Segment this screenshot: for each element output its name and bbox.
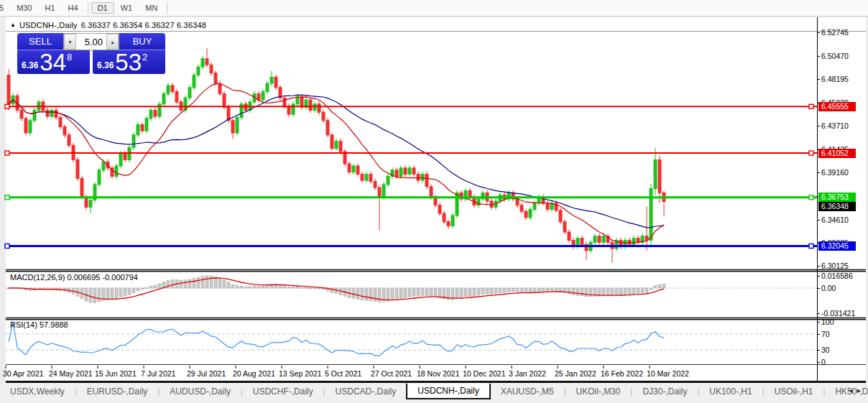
sell-button[interactable]: SELL <box>17 33 63 50</box>
chart-tab-usoil[interactable]: USOil-,H1 <box>765 384 823 399</box>
candle-body <box>46 110 49 116</box>
chart-tab-dj30[interactable]: DJ30-,Daily <box>632 384 697 399</box>
macd-histogram-bar <box>214 277 217 289</box>
date-axis-label: 3 Jan 2022 <box>509 369 546 378</box>
chart-tab-usdcad[interactable]: USDCAD-,Daily <box>326 384 407 399</box>
macd-histogram-bar <box>529 288 532 292</box>
chart-tab-uk100[interactable]: UK100-,H1 <box>699 384 762 399</box>
macd-histogram-bar <box>559 288 562 292</box>
sell-price-display[interactable]: 6.36 34 8 <box>17 50 90 74</box>
rsi-axis-tick <box>817 362 820 363</box>
chart-tab-ukoil[interactable]: UKOil-,M30 <box>566 384 631 399</box>
candle-body <box>374 182 377 188</box>
chart-symbol-title: USDCNH-,Daily <box>19 21 78 29</box>
candle-body <box>602 236 605 243</box>
macd-histogram-bar <box>615 288 618 295</box>
macd-axis-label: -0.031421 <box>821 309 866 318</box>
candle-body <box>395 170 398 177</box>
candle-body <box>525 211 527 218</box>
tabs-scroll-left-icon[interactable]: ◂ <box>849 386 857 394</box>
candle-body <box>387 176 389 185</box>
macd-histogram-bar <box>412 288 415 296</box>
candle-body <box>262 92 264 101</box>
volume-decrease-button[interactable]: ▾ <box>64 34 76 50</box>
candle-body <box>115 166 118 176</box>
buy-button[interactable]: BUY <box>119 33 165 50</box>
price-axis-label: 6.43710 <box>821 121 866 130</box>
candle-body <box>309 100 312 110</box>
macd-histogram-bar <box>287 287 290 288</box>
price-axis-tick <box>817 126 820 126</box>
candle-body <box>59 118 62 127</box>
chart-tab-audusd[interactable]: AUDUSD-,Daily <box>160 384 241 399</box>
date-axis-label: 20 Aug 2021 <box>233 369 275 378</box>
macd-histogram-bar <box>585 288 588 297</box>
candle-body <box>89 200 92 207</box>
date-axis-label: 10 Dec 2021 <box>463 369 506 378</box>
volume-input[interactable]: 5.00 <box>76 34 106 50</box>
candle-body <box>175 92 178 102</box>
tabs-scroll-right-icon[interactable]: ▸ <box>857 386 865 394</box>
chart-title-bar: ▲ USDCNH-,Daily 6.36337 6.36354 6.36327 … <box>6 19 811 31</box>
candle-body <box>361 175 364 181</box>
chart-tab-xauusd[interactable]: XAUUSD-,M5 <box>491 384 564 399</box>
date-axis-label: 24 May 2021 <box>49 369 93 378</box>
candle-body <box>206 59 208 65</box>
candle-body <box>218 83 221 93</box>
macd-histogram-bar <box>550 288 553 291</box>
chart-tab-eurusd[interactable]: EURUSD-,Daily <box>77 384 158 399</box>
macd-histogram-bar <box>378 288 381 302</box>
candle-body <box>24 119 27 133</box>
price-axis-tick <box>817 56 820 57</box>
chart-tab-usdchf[interactable]: USDCHF-,Daily <box>243 384 323 399</box>
candle-body <box>167 85 170 93</box>
candle-body <box>594 236 596 243</box>
macd-histogram-bar <box>516 288 519 292</box>
price-axis-label: 6.50470 <box>821 52 866 60</box>
candle-body <box>210 65 213 73</box>
macd-histogram-bar <box>494 288 497 294</box>
buy-price-display[interactable]: 6.36 53 2 <box>93 50 165 74</box>
macd-histogram-bar <box>266 285 269 288</box>
candle-body <box>124 154 126 160</box>
macd-histogram-bar <box>572 288 575 295</box>
macd-histogram-bar <box>654 286 657 288</box>
candle-body <box>382 185 385 197</box>
macd-histogram-bar <box>602 288 605 295</box>
date-axis-label: 13 Sep 2021 <box>279 369 322 378</box>
macd-histogram-bar <box>154 285 157 288</box>
macd-axis-label: 0.00 <box>821 284 866 292</box>
macd-histogram-bar <box>180 280 183 288</box>
rsi-axis-label: 0 <box>821 358 866 366</box>
macd-histogram-bar <box>658 284 661 288</box>
candle-body <box>451 216 454 226</box>
candle-body <box>214 73 217 83</box>
candle-body <box>568 232 571 241</box>
candle-body <box>563 222 566 232</box>
macd-histogram-bar <box>253 286 256 288</box>
candle-body <box>20 110 23 119</box>
volume-increase-button[interactable]: ▴ <box>106 34 119 50</box>
macd-histogram-bar <box>132 288 135 293</box>
candle-body <box>516 199 519 205</box>
macd-histogram-bar <box>645 288 648 292</box>
chart-tab-usdx[interactable]: USDX,Weekly <box>0 384 75 399</box>
macd-histogram-bar <box>576 288 579 295</box>
line-drag-handle <box>5 195 9 200</box>
rsi-axis-label: 30 <box>821 346 866 354</box>
macd-histogram-bar <box>525 288 527 292</box>
buy-price-pip-digit: 2 <box>142 52 147 62</box>
candle-body <box>154 110 157 116</box>
rsi-axis-tick <box>817 350 820 351</box>
macd-histogram-bar <box>279 284 282 288</box>
collapse-icon[interactable]: ▲ <box>10 22 16 28</box>
rsi-axis-label: 100 <box>821 318 866 326</box>
chart-tab-usdcnh[interactable]: USDCNH-,Daily <box>406 384 490 399</box>
price-axis-label: 6.48195 <box>821 75 866 83</box>
macd-histogram-bar <box>149 286 152 288</box>
macd-histogram-bar <box>650 288 652 289</box>
macd-histogram-bar <box>503 288 506 292</box>
candle-body <box>412 168 415 175</box>
candle-body <box>400 168 402 177</box>
candle-body <box>326 121 329 135</box>
